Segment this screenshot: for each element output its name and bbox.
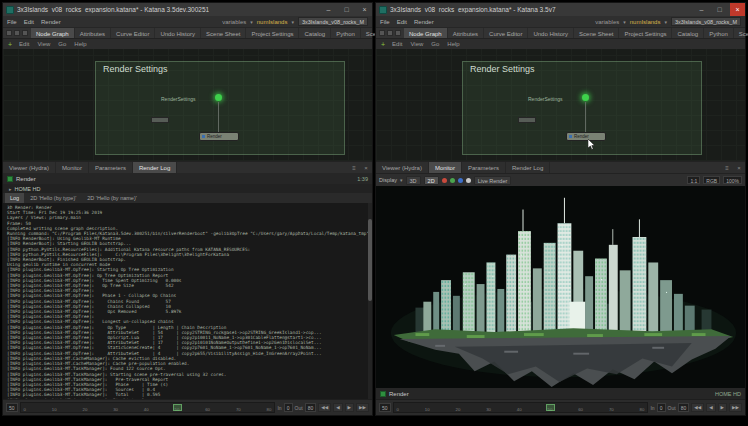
- panel-tab-2[interactable]: Parameters: [462, 162, 506, 173]
- current-frame-marker[interactable]: [546, 404, 555, 411]
- add-node-icon[interactable]: +: [381, 41, 385, 48]
- main-tab-2[interactable]: Curve Editor: [484, 28, 528, 38]
- main-tab-4[interactable]: Scene Sheet: [201, 28, 246, 38]
- layout-icon[interactable]: [6, 30, 12, 36]
- transport-button-2[interactable]: ▶: [345, 403, 354, 412]
- panel-menu-icon[interactable]: ≡: [721, 162, 733, 173]
- transport-button-3[interactable]: ▶▶: [729, 403, 742, 412]
- graph-menu-3[interactable]: Help: [74, 41, 86, 47]
- view-3d-button[interactable]: 3D: [406, 176, 421, 185]
- main-tab-6[interactable]: Catalog: [672, 28, 704, 38]
- green-channel-button[interactable]: [450, 178, 455, 183]
- layout-icon[interactable]: [395, 30, 401, 36]
- current-frame-marker[interactable]: [173, 404, 182, 411]
- main-tab-5[interactable]: Project Settings: [619, 28, 672, 38]
- render-item-label[interactable]: Render: [389, 391, 409, 397]
- in-frame-field[interactable]: 0: [284, 403, 293, 412]
- maximize-button[interactable]: □: [712, 3, 727, 16]
- out-frame-field[interactable]: 80: [305, 403, 317, 412]
- small-node[interactable]: [151, 117, 169, 123]
- render-settings-node[interactable]: [582, 94, 589, 101]
- transport-button-3[interactable]: ▶▶: [356, 403, 369, 412]
- menu-0[interactable]: File: [7, 19, 17, 25]
- graph-menu-2[interactable]: Go: [58, 41, 66, 47]
- main-tab-0[interactable]: Node Graph: [31, 28, 75, 38]
- transport-button-1[interactable]: ◀: [333, 403, 342, 412]
- display-dropdown[interactable]: Display: [379, 177, 397, 183]
- main-tab-1[interactable]: Attributes: [75, 28, 111, 38]
- alpha-channel-button[interactable]: [466, 178, 471, 183]
- main-tab-7[interactable]: Python: [704, 28, 734, 38]
- exposure-field[interactable]: 100%: [723, 176, 742, 184]
- log-filter-2[interactable]: 2D 'Hello (by name)': [82, 193, 141, 203]
- minimize-button[interactable]: –: [694, 3, 709, 16]
- main-tab-3[interactable]: Undo History: [528, 28, 574, 38]
- render-log[interactable]: 3D Render: Render Start Time: Fri Dec 19…: [3, 203, 372, 399]
- main-tab-3[interactable]: Undo History: [155, 28, 201, 38]
- chevron-right-icon[interactable]: ▸: [9, 186, 12, 192]
- main-tab-6[interactable]: Catalog: [299, 28, 331, 38]
- main-tab-7[interactable]: Python: [331, 28, 361, 38]
- panel-tab-3[interactable]: Render Log: [133, 162, 177, 173]
- out-frame-field[interactable]: 80: [678, 403, 690, 412]
- frame-ruler[interactable]: 01020304050607080: [393, 402, 649, 413]
- close-button[interactable]: ×: [357, 3, 372, 16]
- panel-tab-2[interactable]: Parameters: [89, 162, 133, 173]
- zoom-level-field[interactable]: 1:1: [687, 176, 700, 184]
- log-filter-1[interactable]: 2D 'Hello (by type)': [25, 193, 81, 203]
- in-frame-field[interactable]: 0: [657, 403, 666, 412]
- scrollbar-thumb[interactable]: [368, 219, 372, 301]
- graph-menu-3[interactable]: Help: [447, 41, 459, 47]
- layout-icon[interactable]: [14, 30, 20, 36]
- transport-button-1[interactable]: ◀: [706, 403, 715, 412]
- graph-menu-2[interactable]: Go: [431, 41, 439, 47]
- variable-value[interactable]: numIslands: [257, 19, 288, 25]
- layout-icon[interactable]: [22, 30, 28, 36]
- panel-close-icon[interactable]: ×: [733, 162, 745, 173]
- panel-tab-1[interactable]: Monitor: [429, 162, 462, 173]
- main-tab-0[interactable]: Node Graph: [404, 28, 448, 38]
- main-tab-2[interactable]: Curve Editor: [111, 28, 155, 38]
- render-node[interactable]: Render: [199, 132, 239, 141]
- panel-close-icon[interactable]: ×: [360, 162, 372, 173]
- menu-2[interactable]: Render: [414, 19, 434, 25]
- graph-menu-1[interactable]: View: [410, 41, 423, 47]
- current-frame-field[interactable]: 50: [6, 403, 18, 412]
- render-node[interactable]: Render: [566, 132, 606, 141]
- blue-channel-button[interactable]: [458, 178, 463, 183]
- graph-menu-1[interactable]: View: [37, 41, 50, 47]
- titlebar[interactable]: 3x3Islands_v08_rocks_expansion.katana* -…: [3, 3, 372, 16]
- current-frame-field[interactable]: 50: [379, 403, 391, 412]
- panel-tab-3[interactable]: Render Log: [506, 162, 550, 173]
- render-settings-node[interactable]: [215, 94, 222, 101]
- panel-tab-0[interactable]: Viewer (Hydra): [376, 162, 429, 173]
- transport-button-2[interactable]: ▶: [718, 403, 727, 412]
- add-node-icon[interactable]: +: [8, 41, 12, 48]
- transport-button-0[interactable]: ◀◀: [318, 403, 331, 412]
- main-tab-5[interactable]: Project Settings: [246, 28, 299, 38]
- variables-dropdown[interactable]: variables: [222, 19, 246, 25]
- shelf-tab[interactable]: 3x3Islands_v08_rocks_M: [298, 17, 368, 26]
- layout-icon[interactable]: [387, 30, 393, 36]
- panel-tab-0[interactable]: Viewer (Hydra): [3, 162, 56, 173]
- panel-menu-icon[interactable]: ≡: [348, 162, 360, 173]
- node-graph-canvas[interactable]: Render Settings RenderSettings Render: [376, 49, 745, 161]
- small-node[interactable]: [518, 117, 536, 123]
- main-tab-1[interactable]: Attributes: [448, 28, 484, 38]
- node-graph-canvas[interactable]: Render Settings RenderSettings Render: [3, 49, 372, 161]
- scrollbar[interactable]: [368, 203, 372, 399]
- titlebar[interactable]: 3x3Islands_v08_rocks_expansion.katana* -…: [376, 3, 745, 16]
- panel-tab-1[interactable]: Monitor: [56, 162, 89, 173]
- menu-1[interactable]: Edit: [24, 19, 34, 25]
- log-filter-0[interactable]: Log: [5, 193, 24, 203]
- variables-dropdown[interactable]: variables: [595, 19, 619, 25]
- menu-2[interactable]: Render: [41, 19, 61, 25]
- live-render-button[interactable]: Live Render: [474, 176, 512, 185]
- graph-menu-0[interactable]: Edit: [392, 41, 402, 47]
- minimize-button[interactable]: –: [321, 3, 336, 16]
- view-2d-button[interactable]: 2D: [424, 176, 439, 185]
- frame-ruler[interactable]: 01020304050607080: [20, 402, 276, 413]
- monitor-viewport[interactable]: [376, 186, 745, 388]
- transport-button-0[interactable]: ◀◀: [691, 403, 704, 412]
- menu-0[interactable]: File: [380, 19, 390, 25]
